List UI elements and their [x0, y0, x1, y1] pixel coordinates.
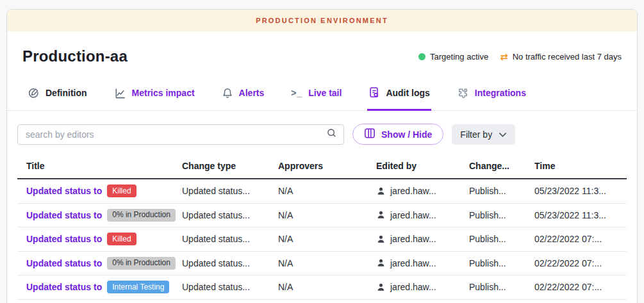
time-cell: 02/22/2022 07:... [534, 234, 627, 244]
change-cell: Publish... [469, 234, 534, 244]
production-environment-banner: PRODUCTION ENVIRONMENT [7, 10, 637, 31]
change-type-cell: Updated status... [182, 186, 278, 196]
tab-bar: Definition Metrics impact Alerts >_ Li [7, 78, 637, 111]
search-input[interactable] [26, 129, 326, 140]
table-header: Title Change type Approvers Edited by Ch… [17, 154, 627, 179]
column-header-change-type: Change type [182, 161, 278, 171]
puzzle-icon [457, 87, 469, 99]
metrics-icon [114, 87, 126, 99]
tab-alerts[interactable]: Alerts [220, 78, 266, 111]
toolbar: Show / Hide Filter by [7, 111, 637, 153]
status-indicators: Targeting active ⇄ No traffic received l… [418, 52, 622, 61]
row-title-link[interactable]: Updated status to [26, 258, 102, 268]
table-row: Updated status to 0% in Production Updat… [17, 204, 627, 228]
audit-logs-table: Title Change type Approvers Edited by Ch… [17, 154, 627, 300]
edited-by-text: jared.haw... [390, 234, 436, 244]
tab-definition[interactable]: Definition [26, 78, 88, 111]
status-badge: Killed [107, 184, 136, 197]
time-cell: 05/23/2022 11:3... [534, 210, 627, 220]
row-title-link[interactable]: Updated status to [26, 282, 102, 292]
person-icon [376, 258, 386, 268]
person-icon [376, 186, 386, 196]
row-title-link[interactable]: Updated status to [26, 186, 102, 196]
tab-label: Alerts [239, 88, 265, 98]
tab-integrations[interactable]: Integrations [456, 78, 527, 111]
person-icon [376, 234, 386, 244]
edited-by-text: jared.haw... [390, 186, 436, 196]
traffic-status-label: No traffic received last 7 days [513, 52, 622, 61]
tab-label: Integrations [475, 88, 526, 98]
columns-icon [364, 128, 376, 140]
time-cell: 05/23/2022 11:3... [534, 186, 627, 196]
approvers-cell: N/A [278, 234, 376, 244]
page-title: Production-aa [22, 47, 128, 65]
status-badge: 0% in Production [107, 209, 176, 222]
tab-label: Metrics impact [132, 88, 195, 98]
edited-by-cell: jared.haw... [376, 282, 469, 292]
approvers-cell: N/A [278, 210, 376, 220]
change-type-cell: Updated status... [182, 234, 278, 244]
edited-by-text: jared.haw... [390, 282, 436, 292]
column-header-title: Title [17, 161, 182, 171]
chevron-down-icon [499, 129, 507, 140]
person-icon [376, 210, 386, 220]
change-cell: Publish... [469, 282, 534, 292]
edited-by-cell: jared.haw... [376, 210, 469, 220]
bell-icon [222, 87, 233, 99]
tab-live-tail[interactable]: >_ Live tail [290, 78, 343, 111]
change-cell: Publish... [469, 258, 534, 268]
approvers-cell: N/A [278, 282, 376, 292]
tab-label: Live tail [308, 88, 342, 98]
change-type-cell: Updated status... [182, 258, 278, 268]
edited-by-cell: jared.haw... [376, 186, 469, 196]
status-badge: 0% in Production [107, 257, 176, 270]
table-row: Updated status to Killed Updated status.… [17, 179, 627, 204]
status-badge: Killed [107, 233, 136, 245]
column-header-change: Change... [469, 161, 534, 171]
table-body: Updated status to Killed Updated status.… [17, 179, 627, 300]
tab-audit-logs[interactable]: Audit logs [367, 78, 431, 111]
time-cell: 02/22/2022 07:... [534, 282, 627, 292]
column-header-time: Time [534, 161, 627, 171]
column-header-edited-by: Edited by [376, 161, 469, 171]
page-header: Production-aa Targeting active ⇄ No traf… [7, 31, 637, 73]
row-title-link[interactable]: Updated status to [26, 234, 102, 244]
change-type-cell: Updated status... [182, 282, 278, 292]
table-row: Updated status to 0% in Production Updat… [17, 252, 627, 276]
search-box [17, 124, 344, 145]
audit-log-icon [368, 86, 380, 99]
green-dot-icon [418, 53, 425, 60]
traffic-status: ⇄ No traffic received last 7 days [500, 52, 622, 61]
environment-card: PRODUCTION ENVIRONMENT Production-aa Tar… [6, 9, 638, 303]
definition-icon [28, 87, 40, 99]
table-row: Updated status to Internal Testing Updat… [17, 275, 627, 300]
show-hide-button[interactable]: Show / Hide [352, 124, 443, 145]
tab-label: Definition [45, 88, 87, 98]
tab-metrics-impact[interactable]: Metrics impact [113, 78, 196, 111]
targeting-status-label: Targeting active [430, 52, 488, 61]
change-cell: Publish... [469, 186, 534, 196]
person-icon [376, 283, 386, 292]
filter-by-button[interactable]: Filter by [452, 124, 515, 145]
edited-by-text: jared.haw... [390, 210, 436, 220]
edited-by-text: jared.haw... [390, 258, 436, 268]
filter-by-label: Filter by [460, 129, 492, 140]
edited-by-cell: jared.haw... [376, 258, 469, 268]
time-cell: 02/22/2022 07:... [534, 258, 627, 268]
change-cell: Publish... [469, 210, 534, 220]
table-row: Updated status to Killed Updated status.… [17, 227, 627, 252]
approvers-cell: N/A [278, 186, 376, 196]
targeting-status: Targeting active [418, 52, 488, 61]
approvers-cell: N/A [278, 258, 376, 268]
change-type-cell: Updated status... [182, 210, 278, 220]
swap-arrows-icon: ⇄ [500, 52, 508, 61]
edited-by-cell: jared.haw... [376, 234, 469, 244]
search-icon [326, 127, 337, 141]
column-header-approvers: Approvers [278, 161, 376, 171]
show-hide-label: Show / Hide [381, 129, 432, 140]
terminal-icon: >_ [291, 88, 302, 98]
status-badge: Internal Testing [107, 281, 169, 293]
banner-label: PRODUCTION ENVIRONMENT [256, 17, 388, 24]
row-title-link[interactable]: Updated status to [26, 210, 102, 220]
tab-label: Audit logs [386, 88, 429, 98]
